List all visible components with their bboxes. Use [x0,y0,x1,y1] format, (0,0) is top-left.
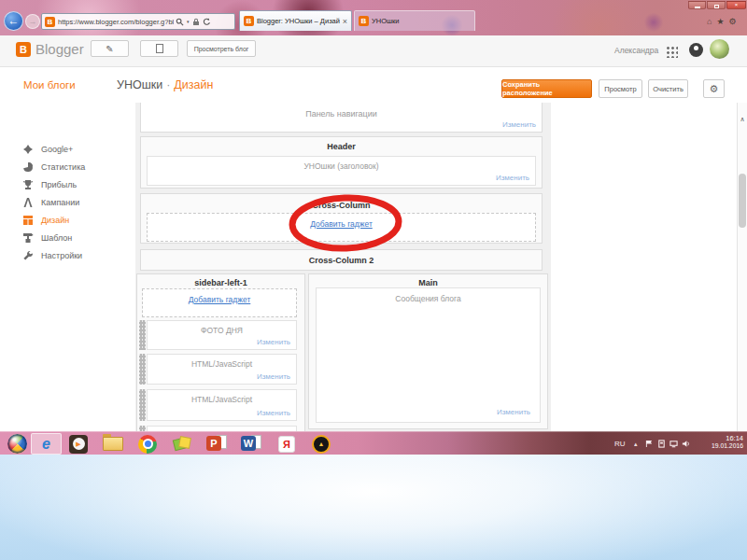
minimize-button[interactable] [688,1,706,9]
blogger-header: B Blogger ✎ Просмотреть блог Александра [0,35,747,67]
layout-icon [22,215,34,226]
widget-title: Сообщения блога [317,294,540,303]
sidebar-item-label: Google+ [41,145,73,154]
taskbar-media-player[interactable]: ▶ [66,433,91,455]
sidebar-item-label: Прибыль [41,180,77,189]
forward-button[interactable]: → [25,14,40,29]
home-icon[interactable]: ⌂ [707,17,712,26]
pages-button[interactable] [140,40,178,57]
favorites-star-icon[interactable]: ★ [716,17,724,26]
time: 16:14 [698,434,743,442]
add-gadget-link[interactable]: Добавить гаджет [143,295,296,304]
url-text: https://www.blogger.com/blogger.g?blogID… [58,18,174,26]
taskbar-chrome[interactable] [135,433,160,455]
action-center-flag-icon[interactable] [645,440,654,448]
avatar[interactable] [710,39,729,59]
trophy-icon [22,179,34,190]
tray-expand-icon[interactable]: ▴ [634,432,638,455]
language-indicator[interactable]: RU [614,432,626,455]
windows-start-icon [7,434,27,454]
tab-unoshki[interactable]: B УНОшки [354,10,475,31]
sidebar-item-settings[interactable]: Настройки [22,248,82,262]
search-caret-icon[interactable]: ▾ [187,19,190,24]
tab-favicon: B [359,16,369,26]
maximize-button[interactable] [707,1,726,9]
address-bar[interactable]: B https://www.blogger.com/blogger.g?blog… [41,13,235,30]
navbar-widget: Панель навигации Изменить [140,103,543,133]
start-button[interactable] [5,433,29,455]
scrollbar[interactable]: ∧ [737,103,747,431]
apps-grid-icon[interactable] [665,45,678,58]
edit-link[interactable]: Изменить [497,408,530,416]
view-blog-button[interactable]: Просмотреть блог [187,40,256,57]
scrollbar-thumb[interactable] [739,174,746,228]
widget-title: Панель навигации [141,109,542,119]
volume-icon[interactable] [682,440,690,448]
tab-blogger-design[interactable]: B Blogger: УНОшки – Дизайн × [239,10,352,31]
save-arrangement-button[interactable]: Сохранить расположение [501,79,592,98]
section-title: Main [309,278,547,287]
taskbar-file-explorer[interactable] [101,433,125,455]
add-gadget-link[interactable]: Добавить гаджет [148,219,535,229]
gear-button[interactable]: ⚙ [703,79,725,98]
blogger-logo-icon[interactable]: B [16,42,31,57]
taskbar-aimp[interactable]: ▲ [309,433,333,455]
sidebar-item-stats[interactable]: Статистика [22,160,85,174]
clock[interactable]: 16:14 19.01.2016 [698,434,743,449]
section-title: Cross-Column [141,201,542,210]
design-toolbar: Мои блоги УНОшки·Дизайн Сохранить распол… [0,68,747,103]
taskbar-photos[interactable] [170,433,194,455]
back-button[interactable]: ← [4,11,23,31]
yandex-icon: Я [278,436,295,453]
taskbar-word[interactable]: W [239,433,263,455]
close-button[interactable]: × [726,1,746,9]
edit-link[interactable]: Изменить [257,338,290,346]
drag-handle[interactable] [139,320,146,350]
page-title: Дизайн [174,78,213,91]
sidebar-item-earnings[interactable]: Прибыль [22,177,77,191]
section-title: Cross-Column 2 [141,256,542,265]
sidebar-item-design[interactable]: Дизайн [22,213,69,227]
blog-name: УНОшки [117,78,162,91]
slide-background [0,455,747,560]
network-icon[interactable] [669,440,678,448]
edit-link[interactable]: Изменить [257,409,290,417]
clear-button[interactable]: Очистить [648,79,688,98]
edit-link[interactable]: Изменить [496,174,529,182]
preview-button[interactable]: Просмотр [599,79,642,98]
googleplus-icon [22,144,34,155]
settings-gear-icon[interactable]: ⚙ [729,17,737,26]
tab-close-icon[interactable]: × [343,17,347,26]
sidebar-item-template[interactable]: Шаблон [22,231,72,245]
section-title: Header [141,142,542,151]
new-post-button[interactable]: ✎ [91,40,129,57]
header-widget: УНОшки (заголовок) Изменить [147,156,536,186]
edit-link[interactable]: Изменить [257,372,290,381]
edit-link[interactable]: Изменить [502,120,536,129]
notifications-icon[interactable] [689,43,703,57]
header-section: Header УНОшки (заголовок) Изменить [140,136,543,189]
sidebar-item-label: Статистика [41,162,85,172]
layout-editor: Панель навигации Изменить Header УНОшки … [135,103,551,431]
widget-title: HTML/JavaScript [148,395,296,404]
search-icon[interactable] [176,18,184,26]
taskbar-powerpoint[interactable]: P [204,433,229,455]
sidebar-item-campaigns[interactable]: Кампании [22,195,79,209]
refresh-icon[interactable] [203,18,211,26]
drag-handle[interactable] [139,389,146,421]
tab-title: Blogger: УНОшки – Дизайн [257,17,340,25]
sidebar-left-section: sidebar-left-1 Добавить гаджет ФОТО ДНЯ … [136,273,305,431]
taskbar-internet-explorer[interactable]: e [31,433,62,455]
username[interactable]: Александра [614,46,658,55]
cross-column-section: Cross-Column Добавить гаджет [140,193,543,244]
drag-handle[interactable] [139,354,146,385]
screen: × ← → B https://www.blogger.com/blogger.… [0,0,747,560]
desktop-wallpaper: × ← → B https://www.blogger.com/blogger.… [0,0,747,455]
paint-roller-icon [22,232,34,244]
removable-device-icon[interactable] [657,440,666,448]
scroll-up-icon[interactable]: ∧ [738,116,747,123]
widget-photo-of-day: ФОТО ДНЯ Изменить [147,320,297,350]
sidebar-item-googleplus[interactable]: Google+ [22,142,73,156]
my-blogs-link[interactable]: Мои блоги [23,79,76,91]
taskbar-yandex[interactable]: Я [275,433,299,455]
